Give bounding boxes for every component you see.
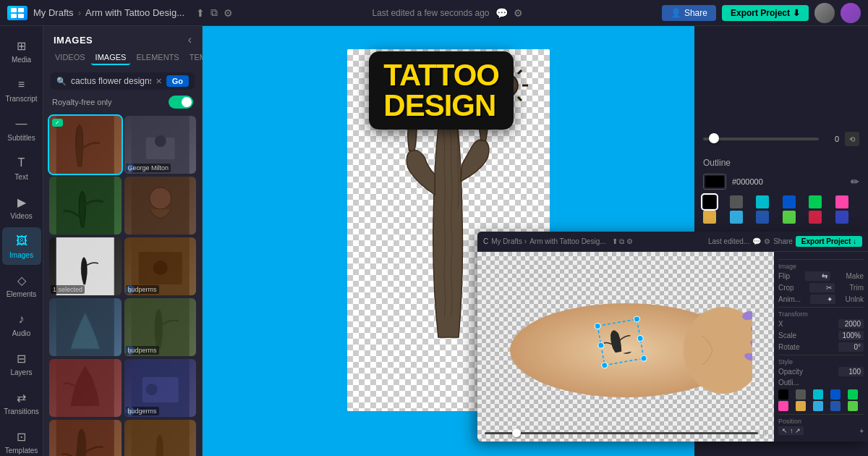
top-bar-right: 👤 Share Export Project ⬇ <box>662 3 861 23</box>
swatch-dark-gray[interactable] <box>730 195 743 208</box>
color-hex-value[interactable]: #000000 <box>732 177 845 186</box>
swatch-blue[interactable] <box>783 195 796 208</box>
image-thumb-4[interactable] <box>124 177 197 235</box>
avatar[interactable] <box>814 3 835 23</box>
sidebar-item-templates[interactable]: ⊡ Templates <box>2 423 41 456</box>
swatch-green[interactable] <box>809 195 822 208</box>
mini-swatch-10[interactable] <box>848 401 858 411</box>
mini-slider-thumb[interactable] <box>512 428 521 437</box>
eyedropper-icon[interactable]: ✏ <box>851 176 859 187</box>
opacity-slider[interactable] <box>703 138 819 140</box>
duplicate-icon[interactable]: ⧉ <box>210 7 218 19</box>
mini-slider-val: 0 <box>762 429 767 437</box>
tab-videos[interactable]: VIDEOS <box>51 51 90 65</box>
mini-logo: C <box>483 237 488 245</box>
image-thumb-2[interactable]: g George Milton <box>124 116 197 174</box>
thumb-label-8: budperms <box>126 346 159 355</box>
swatch-lime[interactable] <box>783 211 796 224</box>
swatch-cyan[interactable] <box>756 195 769 208</box>
svg-rect-2 <box>11 14 17 18</box>
image-thumb-10[interactable]: g budgerms <box>124 359 197 417</box>
settings2-icon[interactable]: ⚙ <box>514 7 523 19</box>
swatch-pink[interactable] <box>835 195 848 208</box>
search-input[interactable] <box>71 76 151 86</box>
tab-images[interactable]: IMAGES <box>91 51 131 65</box>
media-icon: ⊞ <box>14 38 30 54</box>
image-thumb-8[interactable]: g budperms <box>124 298 197 356</box>
subtitles-icon: — <box>14 116 30 132</box>
mini-breadcrumb: My Drafts › <box>491 237 527 245</box>
user-icon: 👤 <box>671 8 681 18</box>
image-thumb-3[interactable] <box>49 177 122 235</box>
color-preview[interactable] <box>703 174 726 190</box>
sidebar-item-transitions[interactable]: ⇄ Transitions <box>2 384 41 421</box>
mini-section-position: Position <box>778 414 864 425</box>
mini-gear-icon[interactable]: ⚙ <box>764 237 770 245</box>
thumb-label-10: budgerms <box>126 407 159 415</box>
avatar2[interactable] <box>841 3 861 23</box>
sidebar-item-transcript[interactable]: ≡ Transcript <box>2 71 41 109</box>
mini-swatch-2[interactable] <box>796 389 806 400</box>
mini-editor-body: 0 Image Flip ⇆ Make Crop ✂ Trim <box>477 252 868 442</box>
comments-icon[interactable]: 💬 <box>495 7 508 19</box>
right-panel: 0 ⟲ Outline #000000 ✏ <box>694 26 868 456</box>
sidebar-item-text[interactable]: T Text <box>2 149 41 187</box>
sidebar-item-elements[interactable]: ◇ Elements <box>2 266 41 304</box>
image-thumb-5[interactable]: 1 selected <box>49 237 122 295</box>
mini-editor-window: C My Drafts › Arm with Tattoo Desig... ⬆… <box>477 232 868 442</box>
clear-search-icon[interactable]: ✕ <box>156 77 162 86</box>
mini-export-button[interactable]: Export Project ↓ <box>796 236 862 247</box>
mini-swatches <box>778 389 864 411</box>
image-thumb-9[interactable] <box>49 359 122 417</box>
logo[interactable] <box>7 6 27 20</box>
sidebar-icons: ⊞ Media ≡ Transcript — Subtitles T Text … <box>0 26 43 456</box>
sidebar-item-subtitles[interactable]: — Subtitles <box>2 110 41 148</box>
share-button[interactable]: 👤 Share <box>662 5 716 21</box>
panel-collapse-icon[interactable]: ‹ <box>188 33 192 46</box>
mini-swatch-5[interactable] <box>848 389 858 400</box>
mini-comment-icon[interactable]: 💬 <box>752 237 761 245</box>
mini-swatch-6[interactable] <box>778 401 788 411</box>
swatch-light-blue[interactable] <box>730 211 743 224</box>
image-thumb-6[interactable]: g budperms <box>124 237 197 295</box>
sidebar-item-layers[interactable]: ⊟ Layers <box>2 345 41 382</box>
thumb-label-5: 1 selected <box>51 285 85 294</box>
panel-title: IMAGES <box>54 35 93 46</box>
mini-swatch-1[interactable] <box>778 389 788 400</box>
swatch-navy[interactable] <box>756 211 769 224</box>
image-thumb-12[interactable]: g budgerms <box>124 420 197 456</box>
mini-canvas: 0 <box>477 252 774 442</box>
mini-add-icon[interactable]: + <box>859 427 864 435</box>
tattoo-title-line1: TATTOO <box>383 60 499 90</box>
slider-thumb[interactable] <box>709 133 719 143</box>
right-panel-content: 0 ⟲ Outline #000000 ✏ <box>694 26 868 229</box>
mini-swatch-3[interactable] <box>813 389 823 400</box>
image-thumb-7[interactable] <box>49 298 122 356</box>
sidebar-item-media[interactable]: ⊞ Media <box>2 32 41 69</box>
mini-bar-left: C My Drafts › Arm with Tattoo Desig... ⬆… <box>483 237 704 246</box>
upload-icon[interactable]: ⬆ <box>196 7 205 19</box>
settings-icon[interactable]: ⚙ <box>224 7 233 19</box>
breadcrumb-current[interactable]: Arm with Tattoo Desig... <box>85 7 184 18</box>
swatch-yellow[interactable] <box>703 211 716 224</box>
mini-swatch-4[interactable] <box>830 389 841 400</box>
swatch-red[interactable] <box>809 211 822 224</box>
breadcrumb-root[interactable]: My Drafts <box>33 7 74 18</box>
mini-prop-x: X 2000 <box>778 319 864 329</box>
image-thumb-11[interactable] <box>49 420 122 456</box>
mini-swatch-7[interactable] <box>796 401 806 411</box>
sidebar-item-videos[interactable]: ▶ Videos <box>2 188 41 226</box>
mini-share-text[interactable]: Share <box>773 237 793 245</box>
tab-elements[interactable]: ELEMENTS <box>132 51 183 65</box>
export-button[interactable]: Export Project ⬇ <box>722 5 809 21</box>
search-go-button[interactable]: Go <box>166 75 189 87</box>
mini-swatch-8[interactable] <box>813 401 823 411</box>
swatch-indigo[interactable] <box>835 211 848 224</box>
image-thumb-1[interactable]: ✓ <box>49 116 122 174</box>
top-bar: My Drafts › Arm with Tattoo Desig... ⬆ ⧉… <box>0 0 868 26</box>
mini-swatch-9[interactable] <box>830 401 841 411</box>
sidebar-item-images[interactable]: 🖼 Images <box>2 227 41 265</box>
swatch-black[interactable] <box>703 195 716 208</box>
sidebar-item-audio[interactable]: ♪ Audio <box>2 305 41 343</box>
royalty-toggle[interactable] <box>169 96 193 109</box>
